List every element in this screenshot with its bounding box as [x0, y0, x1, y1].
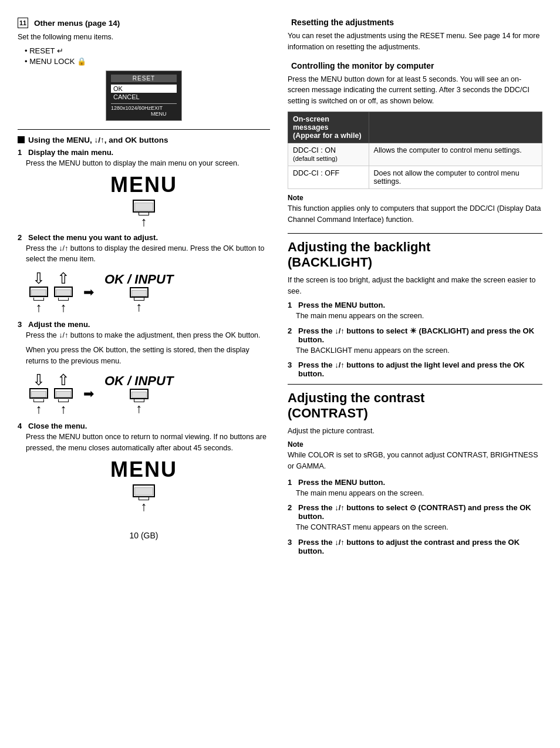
contrast-step-2-num: 2	[288, 503, 296, 521]
step-1-label: Display the main menu.	[28, 148, 113, 157]
contrast-step-3-num: 3	[288, 538, 296, 555]
step-1-body: Press the MENU button to display the mai…	[26, 158, 270, 169]
backlight-step-1: 1 Press the MENU button. The main menu a…	[288, 301, 542, 322]
ok-input-label-2: OK / INPUT	[104, 272, 173, 287]
section-menu-nav: Using the MENU, ↓/↑, and OK buttons 1 Di…	[18, 136, 270, 513]
ok-input-diagram-step2: ⇩ ↑ ⇧ ↑	[29, 271, 270, 314]
up-arrow-icon-2b: ⇧	[57, 271, 70, 286]
down-arrow-monitor-3: ⇩ ↑	[29, 372, 48, 416]
menu-bottom-bar: 1280x1024/60Hz EXIT MENU	[111, 103, 177, 117]
step-1-diagram: MENU ↑	[18, 173, 270, 228]
backlight-step-3: 3 Press the ↓/↑ buttons to adjust the li…	[288, 360, 542, 378]
step-3-label: Adjust the menu.	[28, 320, 90, 329]
section-11: 11 Other menus (page 14) Set the followi…	[18, 18, 270, 121]
ok-monitor-group-2: OK / INPUT ↑	[104, 272, 173, 314]
bullet-reset: • RESET ↵	[25, 46, 270, 55]
contrast-heading: Adjusting the contrast(CONTRAST)	[288, 390, 542, 421]
left-column: 11 Other menus (page 14) Set the followi…	[18, 18, 270, 725]
backlight-step-1-body: The main menu appears on the screen.	[296, 311, 542, 322]
right-arrow-icon-2: ➡	[83, 285, 94, 300]
contrast-step-2: 2 Press the ↓/↑ buttons to select ⊙ (CON…	[288, 503, 542, 533]
backlight-step-3-num: 3	[288, 360, 296, 378]
backlight-step-3-label: Press the ↓/↑ buttons to adjust the ligh…	[298, 360, 525, 378]
ok-input-diagram-step3: ⇩ ↑ ⇧ ↑	[29, 372, 270, 416]
up-arrow-3a: ↑	[36, 403, 42, 416]
step-3-number: 3	[18, 320, 26, 329]
menu-screen-mockup: RESET OK CANCEL 1280x1024/60Hz EXIT MENU	[103, 70, 185, 121]
step-3-body2: When you press the OK button, the settin…	[26, 345, 270, 367]
monitor-box-4	[133, 484, 155, 497]
monitor-box-2b	[54, 287, 73, 297]
menu-big-label-4: MENU	[18, 457, 270, 482]
ddc-table: On-screen messages(Appear for a while) D…	[288, 112, 542, 189]
ddc-off-label: DDC-CI : OFF	[288, 166, 369, 188]
step-4-diagram: MENU ↑	[18, 457, 270, 513]
contrast-step-1: 1 Press the MENU button. The main menu a…	[288, 478, 542, 499]
step-3: 3 Adjust the menu. Press the ↓/↑ buttons…	[18, 320, 270, 416]
right-column: Resetting the adjustments You can reset …	[288, 18, 542, 725]
monitor-box-ok-3	[130, 389, 149, 399]
bullet-menulock: • MENU LOCK 🔒	[25, 57, 270, 66]
note-block-computer: Note This function applies only to compu…	[288, 194, 542, 225]
up-arrow-icon-3b: ⇧	[57, 372, 70, 388]
up-arrow-monitor-3: ⇧ ↑	[54, 372, 73, 416]
backlight-step-2-num: 2	[288, 326, 296, 344]
note-label-contrast: Note	[288, 440, 542, 449]
up-arrow-icon-2b2: ↑	[60, 301, 67, 314]
up-arrow-3b: ↑	[60, 403, 67, 416]
backlight-step-2-body: The BACKLIGHT menu appears on the screen…	[296, 345, 542, 356]
monitor-box-3b	[54, 388, 73, 399]
monitor-box-ok-2	[130, 287, 149, 298]
step-1-number: 1	[18, 148, 26, 157]
ddc-off-desc: Does not allow the computer to control m…	[369, 166, 542, 188]
down-arrow-monitor: ⇩ ↑	[29, 271, 48, 314]
arrows-group-step2: ⇩ ↑ ⇧ ↑	[29, 271, 73, 314]
backlight-heading: Adjusting the backlight(BACKLIGHT)	[288, 233, 542, 270]
up-arrow-monitor: ⇧ ↑	[54, 271, 73, 314]
section-menu-title: Using the MENU, ↓/↑, and OK buttons	[18, 136, 270, 144]
section-reset-title: Resetting the adjustments	[288, 18, 542, 27]
up-arrow-icon-4: ↑	[141, 500, 147, 513]
menu-screen-title: RESET	[111, 75, 177, 82]
step-1: 1 Display the main menu. Press the MENU …	[18, 148, 270, 228]
step-3-body1: Press the ↓/↑ buttons to make the adjust…	[26, 330, 270, 341]
arrows-group-step3: ⇩ ↑ ⇧ ↑	[29, 372, 73, 416]
step-2: 2 Select the menu you want to adjust. Pr…	[18, 233, 270, 315]
monitor-icon-step1: ↑	[18, 200, 270, 228]
up-arrow-icon-2a: ↑	[36, 301, 42, 314]
menu-item-ok: OK	[111, 85, 177, 93]
table-col1-header: On-screen messages(Appear for a while)	[288, 112, 369, 143]
backlight-step-2: 2 Press the ↓/↑ buttons to select ☀ (BAC…	[288, 326, 542, 356]
table-col2-header	[369, 112, 542, 143]
page-suffix: (GB)	[141, 531, 158, 540]
contrast-step-3: 3 Press the ↓/↑ buttons to adjust the co…	[288, 538, 542, 555]
up-arrow-icon: ↑	[141, 215, 147, 228]
backlight-body: If the screen is too bright, adjust the …	[288, 275, 542, 297]
contrast-step-1-num: 1	[288, 478, 296, 487]
step-4-number: 4	[18, 422, 26, 430]
section-badge: 11	[18, 18, 28, 28]
contrast-step-2-label: Press the ↓/↑ buttons to select ⊙ (CONTR…	[298, 503, 531, 521]
down-arrow-icon-3: ⇩	[32, 372, 45, 388]
monitor-box-3a	[29, 388, 48, 399]
table-row-ddc-off: DDC-CI : OFF Does not allow the computer…	[288, 166, 542, 188]
black-square-icon	[18, 136, 25, 143]
contrast-step-3-label: Press the ↓/↑ buttons to adjust the cont…	[298, 538, 519, 555]
section-computer-body: Press the MENU button down for at least …	[288, 74, 542, 107]
down-arrow-icon: ⇩	[32, 271, 45, 286]
page-footer: 10 (GB)	[18, 525, 270, 540]
backlight-step-1-label: Press the MENU button.	[298, 301, 385, 309]
section-computer-title: Controlling the monitor by computer	[288, 61, 542, 70]
monitor-box-2a	[29, 287, 48, 297]
step-2-body: Press the ↓/↑ buttons to display the des…	[26, 243, 270, 265]
section-reset-body: You can reset the adjustments using the …	[288, 31, 542, 53]
section-contrast: Adjusting the contrast(CONTRAST) Adjust …	[288, 390, 542, 555]
section-computer: Controlling the monitor by computer Pres…	[288, 61, 542, 225]
step-4: 4 Close the menu. Press the MENU button …	[18, 422, 270, 513]
monitor-box	[133, 200, 155, 213]
section-reset: Resetting the adjustments You can reset …	[288, 18, 542, 53]
right-arrow-icon-3: ➡	[83, 386, 94, 402]
backlight-step-1-num: 1	[288, 301, 296, 309]
step-4-label: Close the menu.	[28, 422, 87, 430]
ddc-on-label: DDC-CI : ON(default setting)	[288, 143, 369, 166]
